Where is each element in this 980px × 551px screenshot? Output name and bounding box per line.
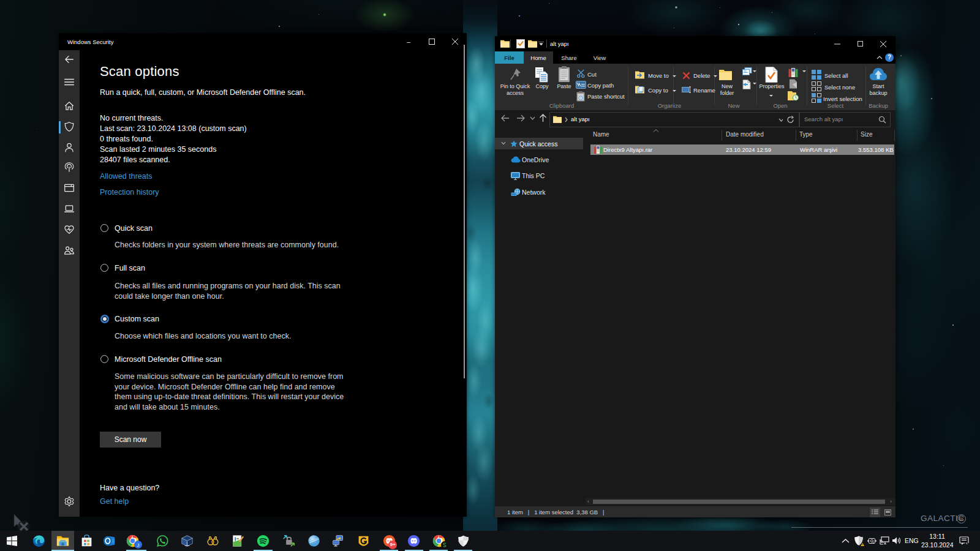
svg-text:J: J: [137, 542, 140, 548]
